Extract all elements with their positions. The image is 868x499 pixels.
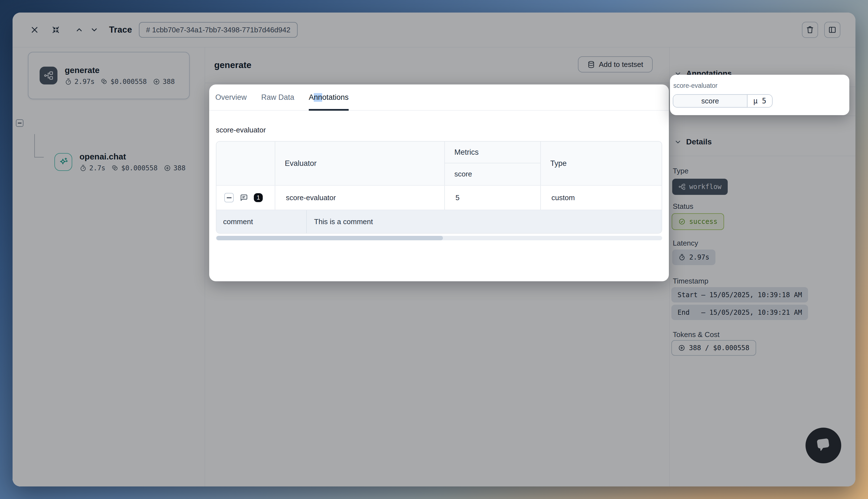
- comment-key: comment: [216, 210, 306, 233]
- comment-row: comment This is a comment: [216, 210, 662, 233]
- text-selection: nn: [314, 93, 322, 102]
- tab-raw-data[interactable]: Raw Data: [261, 84, 294, 110]
- comment-icon[interactable]: [240, 194, 248, 202]
- tab-overview[interactable]: Overview: [215, 84, 247, 110]
- table-header: Evaluator Metrics score Type: [216, 142, 662, 185]
- annotation-score-card: score-evaluator score μ 5: [670, 75, 849, 115]
- metric-name-button[interactable]: score: [673, 95, 748, 107]
- table-row[interactable]: 1 score-evaluator 5 custom: [216, 185, 662, 210]
- cell-type: custom: [540, 186, 662, 210]
- span-detail-card: Overview Raw Data Annotations score-eval…: [209, 84, 669, 281]
- row-checkbox-indeterminate[interactable]: [224, 193, 234, 203]
- tab-bar: Overview Raw Data Annotations: [209, 84, 669, 111]
- active-tab-underline: [309, 109, 349, 111]
- column-type: Type: [540, 142, 662, 185]
- metric-value: μ 5: [748, 95, 772, 107]
- tab-annotations[interactable]: Annotations: [309, 84, 349, 110]
- comment-count-badge: 1: [254, 193, 263, 202]
- metrics-subheader-score: score: [445, 163, 540, 184]
- scrollbar-thumb[interactable]: [216, 236, 443, 240]
- trace-drawer: Trace # 1cbb70e7-34a1-7bb7-3498-771b7d46…: [13, 13, 855, 486]
- cell-evaluator: score-evaluator: [275, 186, 444, 210]
- column-evaluator: Evaluator: [275, 142, 444, 185]
- annotations-table: Evaluator Metrics score Type 1 score-eva…: [216, 141, 662, 234]
- annotation-evaluator-label: score-evaluator: [673, 82, 718, 89]
- horizontal-scrollbar[interactable]: [216, 236, 662, 240]
- comment-value: This is a comment: [306, 210, 662, 233]
- metrics-header: Metrics: [445, 142, 540, 163]
- evaluator-section-title: score-evaluator: [216, 126, 266, 134]
- score-metric-pill: score μ 5: [673, 94, 773, 108]
- cell-score: 5: [444, 186, 540, 210]
- column-metrics: Metrics score: [444, 142, 540, 185]
